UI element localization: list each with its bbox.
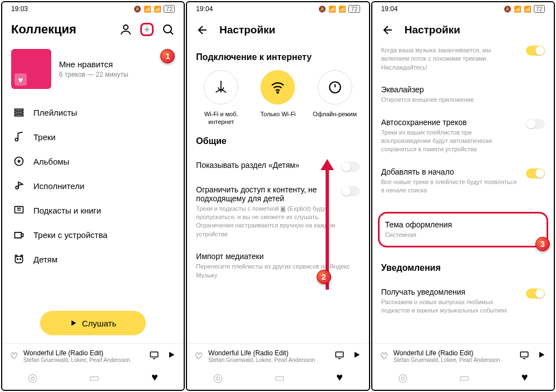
play-icon[interactable] <box>537 350 546 363</box>
back-icon[interactable] <box>196 23 209 37</box>
liked-title: Мне нравится <box>59 59 128 69</box>
conn-wifi-mobile[interactable]: Wi-Fi и моб. интернет <box>193 70 249 126</box>
search-icon[interactable] <box>161 23 175 36</box>
svg-point-0 <box>124 25 128 29</box>
status-time: 19:04 <box>196 5 213 13</box>
page-title: Настройки <box>219 24 275 36</box>
np-title: Wonderful Life (Radio Edit) <box>23 349 144 357</box>
svg-point-8 <box>18 160 19 162</box>
heart-icon[interactable]: ♡ <box>195 351 203 361</box>
bottom-nav: ◎ ▭ ♥ <box>187 366 368 390</box>
svg-point-15 <box>21 255 22 257</box>
setting-import[interactable]: Импорт медиатеки Перенесите плейлисты из… <box>187 245 368 286</box>
status-icons: 🔕📶📶72 <box>134 5 175 13</box>
status-bar: 19:04 🔕📶📶72 <box>372 2 554 16</box>
cast-icon[interactable] <box>149 350 159 363</box>
section-notifications: Уведомления <box>372 260 554 281</box>
section-connection: Подключение к интернету <box>187 42 368 70</box>
status-icons: 🔕📶📶72 <box>318 5 360 13</box>
page-title: Коллекция <box>11 22 76 37</box>
setting-restrict[interactable]: Ограничить доступ к контенту, не подходя… <box>187 178 368 246</box>
toggle-restrict[interactable] <box>341 186 360 196</box>
status-time: 19:04 <box>381 5 398 13</box>
nav-liked-icon[interactable]: ♥ <box>336 371 343 384</box>
callout-3: 3 <box>535 237 550 251</box>
nav-podcasts-icon[interactable]: ▭ <box>459 371 470 384</box>
callout-2: 2 <box>317 270 331 284</box>
profile-icon[interactable] <box>119 23 132 36</box>
setting-autosave[interactable]: Автосохранение треков Треки из ваших пле… <box>372 111 554 161</box>
cast-icon[interactable] <box>334 350 345 363</box>
play-icon[interactable] <box>352 350 361 363</box>
conn-wifi-only[interactable]: Только Wi-Fi <box>250 70 306 126</box>
play-icon[interactable] <box>167 350 176 363</box>
bottom-nav: ◎ ▭ ♥ <box>372 366 554 390</box>
bottom-nav: ◎ ▭ ♥ <box>2 366 184 390</box>
status-icons: 🔕📶📶72 <box>504 5 545 13</box>
svg-point-12 <box>17 259 18 260</box>
nav-liked-icon[interactable]: ♥ <box>151 371 158 384</box>
screen-settings-2: 19:04 🔕📶📶72 Настройки Когда ваша музыка … <box>371 1 555 391</box>
nav-liked-icon[interactable]: ♥ <box>521 371 528 384</box>
liked-playlist-card[interactable]: Мне нравится 6 треков — 22 минуты <box>2 41 184 100</box>
toggle-kids[interactable] <box>341 162 360 172</box>
status-bar: 19:03 🔕📶📶72 <box>2 2 184 16</box>
setting-add-start[interactable]: Добавлять в начало Все новые треки в пле… <box>372 161 554 202</box>
toggle-flow[interactable] <box>526 46 545 56</box>
heart-icon[interactable]: ♡ <box>380 351 388 361</box>
toggle-addstart[interactable] <box>526 168 545 178</box>
toggle-autosave[interactable] <box>526 119 545 129</box>
svg-point-14 <box>15 255 17 257</box>
listen-button[interactable]: Слушать <box>40 311 146 335</box>
menu-device-tracks[interactable]: Треки с устройства <box>2 222 184 247</box>
page-title: Настройки <box>405 24 460 36</box>
menu-playlists[interactable]: Плейлисты <box>2 100 184 125</box>
liked-artwork <box>11 49 51 89</box>
status-bar: 19:04 🔕📶📶72 <box>187 2 368 16</box>
menu-artists[interactable]: Исполнители <box>2 173 184 198</box>
screen-settings-1: 19:04 🔕📶📶72 Настройки Подключение к инте… <box>186 1 370 391</box>
svg-point-2 <box>164 25 171 33</box>
svg-rect-3 <box>15 109 23 111</box>
setting-receive-notif[interactable]: Получать уведомления Расскажем о новых в… <box>372 281 554 322</box>
now-playing-bar[interactable]: ♡ Wonderful Life (Radio Edit) Stefan Gru… <box>372 343 554 366</box>
collection-menu: Плейлисты Треки Альбомы Исполнители Подк… <box>2 100 184 306</box>
svg-rect-5 <box>15 115 23 116</box>
conn-offline[interactable]: Офлайн-режим <box>307 70 363 126</box>
menu-kids[interactable]: Детям <box>2 247 184 271</box>
nav-wave-icon[interactable]: ◎ <box>213 371 223 384</box>
svg-point-17 <box>277 92 278 93</box>
svg-rect-4 <box>15 112 23 113</box>
svg-rect-20 <box>520 352 528 357</box>
setting-equalizer[interactable]: Эквалайзер Откроется внешнее приложение <box>372 78 554 111</box>
svg-rect-19 <box>336 352 343 357</box>
toggle-notif[interactable] <box>526 289 545 299</box>
heart-icon[interactable]: ♡ <box>10 351 18 361</box>
back-icon[interactable] <box>381 23 395 37</box>
now-playing-bar[interactable]: ♡ Wonderful Life (Radio Edit) Stefan Gru… <box>2 343 184 366</box>
status-time: 19:03 <box>11 5 28 13</box>
svg-point-13 <box>20 259 21 260</box>
nav-podcasts-icon[interactable]: ▭ <box>274 371 285 384</box>
section-general: Общие <box>187 126 368 154</box>
setting-theme[interactable]: Тема оформления Системная 3 <box>378 212 548 247</box>
nav-podcasts-icon[interactable]: ▭ <box>89 371 100 384</box>
svg-point-7 <box>15 157 23 166</box>
menu-albums[interactable]: Альбомы <box>2 149 184 173</box>
now-playing-bar[interactable]: ♡ Wonderful Life (Radio Edit) Stefan Gru… <box>187 343 368 366</box>
menu-tracks[interactable]: Треки <box>2 125 184 149</box>
svg-rect-16 <box>151 352 159 357</box>
np-artist: Stefan Gruenwald, Lokee, Pearl Andersson <box>23 357 144 363</box>
nav-wave-icon[interactable]: ◎ <box>28 371 37 384</box>
liked-subtitle: 6 треков — 22 минуты <box>59 71 128 78</box>
settings-icon[interactable] <box>140 23 154 36</box>
menu-podcasts[interactable]: Подкасты и книги <box>2 198 184 222</box>
nav-wave-icon[interactable]: ◎ <box>398 371 407 384</box>
cast-icon[interactable] <box>519 350 529 363</box>
setting-kids-section[interactable]: Показывать раздел «Детям» <box>187 154 368 178</box>
screen-collection: 19:03 🔕📶📶72 Коллекция 1 Мне нравится 6 т… <box>1 1 185 391</box>
svg-point-1 <box>146 29 148 31</box>
svg-rect-11 <box>15 256 22 263</box>
